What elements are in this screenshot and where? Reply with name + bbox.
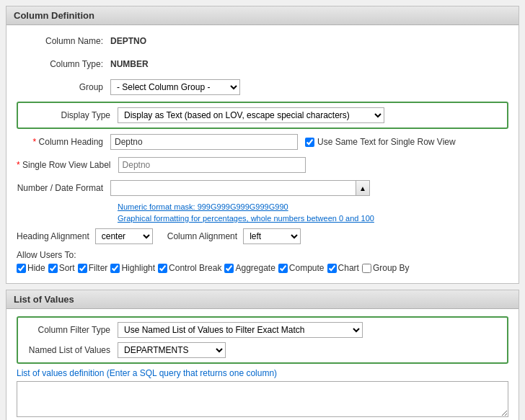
heading-alignment-select[interactable]: center left right (95, 228, 153, 244)
number-date-label: Number / Date Format (17, 183, 110, 193)
allow-users-label: Allow Users To: (17, 250, 508, 260)
use-same-text-label: Use Same Text for Single Row View (317, 137, 456, 147)
control-break-label: Control Break (169, 263, 221, 273)
number-date-popup-button[interactable]: ▲ (356, 180, 370, 196)
use-same-text-row: Use Same Text for Single Row View (305, 137, 456, 147)
allow-users-checkboxes: Hide Sort Filter Highlight Control Break (17, 263, 508, 273)
section-title: Column Definition (14, 10, 94, 21)
sort-checkbox[interactable] (48, 264, 58, 273)
column-name-value: DEPTNO (110, 36, 146, 46)
control-break-checkbox-item: Control Break (158, 263, 221, 273)
compute-label: Compute (289, 263, 325, 273)
column-filter-type-select[interactable]: Use Named List of Values to Filter Exact… (118, 322, 363, 338)
display-type-select[interactable]: Display as Text (based on LOV, escape sp… (118, 107, 384, 123)
column-heading-row: Column Heading Use Same Text for Single … (17, 133, 508, 151)
filter-label: Filter (89, 263, 108, 273)
aggregate-checkbox-item: Aggregate (224, 263, 275, 273)
filter-checkbox[interactable] (78, 264, 87, 273)
column-heading-input[interactable] (110, 134, 298, 150)
alignment-row: Heading Alignment center left right Colu… (17, 228, 508, 244)
hide-checkbox[interactable] (17, 264, 26, 273)
aggregate-label: Aggregate (235, 263, 275, 273)
use-same-text-checkbox[interactable] (305, 138, 314, 147)
heading-alignment-label: Heading Alignment (17, 231, 89, 241)
column-filter-type-row: Column Filter Type Use Named List of Val… (24, 322, 501, 338)
column-type-row: Column Type: NUMBER (17, 55, 508, 73)
single-row-label-row: Single Row View Label (17, 156, 508, 174)
lov-section-title: List of Values (14, 294, 74, 305)
number-date-input[interactable] (110, 180, 356, 196)
named-lov-row: Named List of Values DEPARTMENTS (24, 342, 501, 358)
column-definition-header: Column Definition (6, 6, 519, 25)
display-type-row: Display Type Display as Text (based on L… (24, 107, 501, 123)
column-definition-body: Column Name: DEPTNO Column Type: NUMBER … (6, 25, 519, 283)
chart-label: Chart (338, 263, 359, 273)
display-type-label: Display Type (24, 110, 118, 120)
named-lov-select[interactable]: DEPARTMENTS (118, 342, 226, 358)
number-date-row: Number / Date Format ▲ (17, 179, 508, 197)
chart-checkbox[interactable] (327, 264, 337, 273)
column-type-label: Column Type: (17, 59, 110, 69)
column-name-label: Column Name: (17, 36, 110, 46)
column-definition-section: Column Definition Column Name: DEPTNO Co… (6, 6, 519, 284)
page-wrapper: Column Definition Column Name: DEPTNO Co… (0, 0, 525, 420)
sort-label: Sort (59, 263, 75, 273)
hide-label: Hide (27, 263, 45, 273)
lov-highlighted-box: Column Filter Type Use Named List of Val… (17, 316, 508, 364)
numeric-mask-link[interactable]: Numeric format mask: 999G999G999G999G990 (118, 202, 508, 211)
group-row: Group - Select Column Group - (17, 79, 508, 96)
sort-checkbox-item: Sort (48, 263, 75, 273)
highlight-checkbox-item: Highlight (110, 263, 155, 273)
lov-def-label: List of values definition (Enter a SQL q… (17, 368, 508, 378)
list-of-values-body: Column Filter Type Use Named List of Val… (6, 309, 519, 420)
column-alignment-label: Column Alignment (167, 231, 237, 241)
filter-checkbox-item: Filter (78, 263, 108, 273)
aggregate-checkbox[interactable] (224, 264, 234, 273)
column-heading-label: Column Heading (17, 137, 110, 147)
list-of-values-header: List of Values (6, 290, 519, 309)
group-label: Group (17, 82, 110, 92)
named-lov-label: Named List of Values (24, 345, 118, 355)
group-by-checkbox-item: Group By (362, 263, 410, 273)
control-break-checkbox[interactable] (158, 264, 167, 273)
list-of-values-section: List of Values Column Filter Type Use Na… (6, 290, 519, 420)
group-by-checkbox[interactable] (362, 264, 371, 273)
lov-def-textarea[interactable] (17, 381, 508, 417)
graphical-formatting-link[interactable]: Graphical formatting for percentages, wh… (118, 214, 508, 223)
chart-checkbox-item: Chart (327, 263, 359, 273)
highlight-label: Highlight (121, 263, 155, 273)
hide-checkbox-item: Hide (17, 263, 45, 273)
single-row-label: Single Row View Label (17, 160, 118, 170)
single-row-input[interactable] (118, 157, 306, 173)
display-type-highlighted-box: Display Type Display as Text (based on L… (17, 102, 508, 129)
column-type-value: NUMBER (110, 59, 149, 69)
compute-checkbox[interactable] (278, 264, 288, 273)
highlight-checkbox[interactable] (110, 264, 120, 273)
column-alignment-select[interactable]: left center right (243, 228, 301, 244)
group-select[interactable]: - Select Column Group - (110, 79, 240, 95)
group-by-label: Group By (373, 263, 410, 273)
compute-checkbox-item: Compute (278, 263, 325, 273)
number-date-input-group: ▲ (110, 180, 370, 196)
column-filter-type-label: Column Filter Type (24, 325, 118, 335)
column-name-row: Column Name: DEPTNO (17, 32, 508, 50)
